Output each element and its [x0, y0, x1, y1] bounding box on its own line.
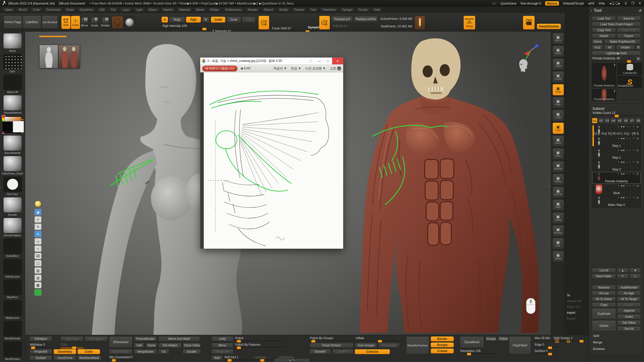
shelf-thumb[interactable] [3, 197, 22, 213]
library-menu[interactable]: 사진 보관함 ▼ [305, 66, 326, 71]
menu-marker[interactable]: Marker [161, 7, 176, 12]
m-button[interactable]: M [202, 17, 210, 23]
append-button[interactable]: Append [617, 308, 641, 313]
half-button[interactable]: Half [134, 343, 144, 348]
split-screen-1-slider[interactable]: Split Screen 1 [553, 336, 586, 342]
strip-floor[interactable]: ▣ Floor [552, 97, 564, 108]
shelf-thumb[interactable] [3, 218, 22, 233]
subtool-row-make-step-0[interactable]: ▾ ●● ◑ ◐ ✎ ◉ Make Step 0 [592, 196, 641, 207]
menu-light[interactable]: Light [133, 7, 145, 12]
subtool-row-11-3[interactable]: ▾ ●● ◑ ◐ ✎ ◉ 11강 여성 3단계 바디 각상 - [목 & [592, 125, 641, 137]
strip-zoomsd[interactable]: ▣ ZoomSD [552, 161, 564, 172]
shelf-item-masklasso[interactable]: MaskLasso [2, 300, 23, 319]
subtool-tab-v6[interactable]: V6 [623, 118, 629, 123]
draw-button[interactable]: Draw [71, 16, 80, 29]
tool-thumb-simplebrush[interactable]: S SimpleBrush [617, 76, 642, 88]
viewer-close-button[interactable]: ✕ [332, 58, 343, 64]
dynamesh-button[interactable]: DynaMesh [460, 336, 484, 348]
strip-scroll[interactable]: ▣ Scroll [552, 46, 564, 57]
lightbulb-icon[interactable] [35, 201, 41, 207]
zcut-button[interactable]: Zcut [242, 17, 256, 23]
minimize-button[interactable]: ⊻ [625, 2, 627, 5]
mergedown-button[interactable]: MergeDown [134, 349, 157, 354]
shelf-thumb[interactable] [3, 300, 22, 316]
lightbox-button[interactable]: LightBox [23, 16, 41, 29]
subtool-row-icons[interactable]: ▾ ●● ◑ ◐ ✎ ◉ [618, 172, 639, 175]
eye-tool-icon[interactable]: ◉ [34, 209, 42, 215]
all-to-target-button[interactable]: All To Target [617, 297, 641, 301]
viewer-minimize-button[interactable]: — [315, 58, 324, 64]
secondary-color-swatch[interactable] [13, 121, 24, 132]
subtool-row-step-3[interactable]: ▾ ●● ◑ ◐ ✎ ◉ Step 3 [592, 160, 641, 172]
shelf-item-meshextrude[interactable]: MeshExtrude [2, 321, 23, 340]
shelf-item-smooth[interactable]: Smooth [2, 197, 23, 216]
subtool-row-step-1[interactable]: ▾ ●● ◑ ◐ ✎ ◉ Step 1 [592, 137, 641, 148]
menu-edit[interactable]: Edit [97, 7, 107, 12]
strip-xpose[interactable]: ▣ Xpose [552, 251, 564, 262]
groups-button[interactable]: Groups [486, 336, 497, 341]
trash-icon[interactable]: ⌧ [34, 253, 42, 259]
main-color-swatch[interactable] [2, 121, 13, 132]
menu-stencil[interactable]: Stencil [261, 7, 276, 12]
menu-document[interactable]: Document [44, 7, 63, 12]
eraser-tool-icon[interactable]: ▱ [34, 238, 42, 245]
import-button[interactable]: Import [592, 33, 616, 38]
subtool-tab-v8[interactable]: V8 [635, 118, 641, 123]
viewer-title-bar[interactable]: 2 - 쇄골, 가슴 > chest_cutaway.jpg [12/16] -… [200, 58, 343, 65]
shelf-item-selectrect[interactable]: SelectRect [2, 238, 23, 257]
pin-toggle[interactable]: 고정✓ [330, 66, 341, 71]
menu-zscript[interactable]: Zscript [356, 7, 370, 12]
deepshadow-button[interactable]: DeepShadow [537, 24, 561, 29]
paste-tool-button[interactable]: Paste Tool [617, 28, 641, 32]
subtool-tab-v2[interactable]: V2 [598, 118, 604, 123]
mirror-button[interactable]: Mirror [211, 343, 233, 348]
anchor-a-button[interactable]: A [162, 17, 168, 23]
menu-color[interactable]: Color [30, 7, 43, 12]
stroke-curve-s-button[interactable]: S [258, 16, 269, 30]
shelf-item-startupmaterial[interactable]: StartupMaterial [3, 95, 22, 114]
make-polymesh3d-button[interactable]: Make PolyMesh3D [604, 39, 641, 44]
camera-head-preview[interactable] [517, 58, 529, 73]
strip-aahalf[interactable]: ▣ AAHalf [552, 71, 564, 83]
right-divider-icon[interactable]: ‹ [549, 184, 550, 188]
shelf-thumb[interactable] [3, 238, 22, 254]
female-anatomy-48-slider[interactable]: Female Anatomy. 48 [592, 57, 635, 62]
scale-button[interactable]: S Scale [91, 17, 98, 27]
shelf-item-move[interactable]: Move [3, 33, 22, 52]
del-other-button[interactable]: Del Other [617, 320, 641, 325]
min-connected-p-slider[interactable]: Min Connected P [109, 355, 133, 361]
new-folder-button[interactable]: New Folder [592, 274, 616, 279]
boolean-section-header[interactable]: Boolean [592, 345, 641, 352]
viewer-image[interactable] [200, 72, 343, 249]
stroke-picker[interactable] [112, 16, 123, 29]
shelf-item-maskpen[interactable]: MaskPen [2, 280, 23, 299]
restore-button[interactable]: ❐ [631, 2, 634, 5]
viewer-fullscreen-button[interactable]: ⛶ [306, 58, 315, 64]
strip-frame[interactable]: ▣ Frame [552, 135, 564, 147]
crease-button[interactable]: Crease [431, 348, 454, 353]
live-boolean-button[interactable]: Live Boolean [42, 16, 58, 29]
duplicate-button[interactable]: Duplicate [592, 308, 616, 319]
shelf-thumb[interactable] [3, 33, 22, 49]
shelf-item-flat-color[interactable]: Flat Color [2, 176, 23, 196]
zremesher-button[interactable]: ZRemesher [109, 336, 133, 348]
shelf-item-fabiopaiva-clay2[interactable]: FabioPaiva_Clay2 [2, 156, 23, 175]
subtool-row-icons[interactable]: ▾ ●● ◑ ◐ ✎ ◉ [618, 125, 639, 128]
strip-transp[interactable]: ▣ Transp [552, 212, 564, 224]
shelf-collapse-icon[interactable]: ‹ [0, 185, 1, 189]
menu-help[interactable]: Help [371, 7, 383, 12]
goz-button[interactable]: GoZ [592, 45, 603, 50]
menu-preferences[interactable]: Preferences [222, 7, 244, 12]
strip-spix-3[interactable]: ▣ SPix 3 [552, 33, 564, 44]
palette-grid-icon[interactable]: ▦ [34, 282, 42, 288]
subtool-row-step-2[interactable]: ▾ ●● ◑ ◐ ✎ ◉ Step 2 [592, 148, 641, 160]
see-through-slider[interactable]: See-through 0 [520, 2, 541, 5]
fillobject-button[interactable]: FillObject [29, 336, 52, 341]
tray-scroll-right-icon[interactable]: ǁǁǁ▸ [598, 2, 605, 5]
alpha-picker[interactable] [124, 16, 135, 29]
colorize-button[interactable]: Colorize [355, 349, 390, 354]
rotate-button[interactable]: R Rotate [101, 17, 110, 27]
all-high-button[interactable]: All High [617, 291, 641, 296]
menu-dynamics[interactable]: Dynamics [77, 7, 96, 12]
export-button[interactable]: Export [617, 33, 641, 38]
